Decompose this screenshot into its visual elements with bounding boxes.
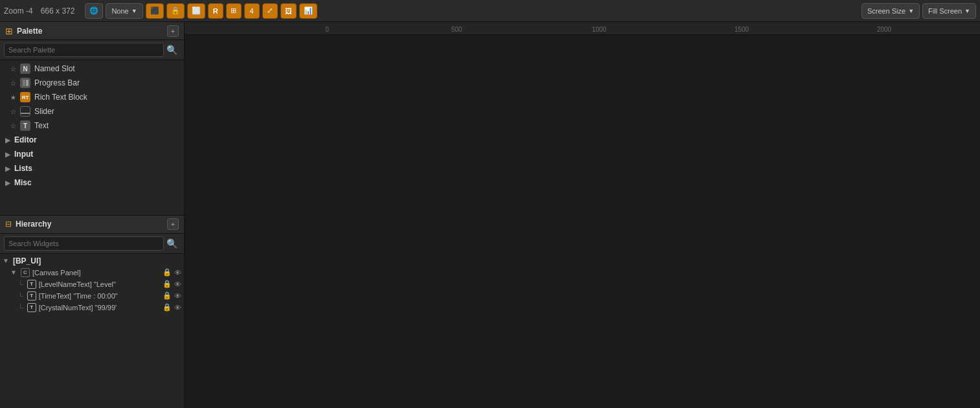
crystal-text-label: [CrystalNumText] "99/99' (39, 304, 117, 312)
eye-icon: 👁 (174, 292, 181, 300)
hierarchy-item-crystal[interactable]: └ T [CrystalNumText] "99/99' 🔒 👁 (0, 302, 184, 313)
text-type-box: T (27, 280, 36, 289)
text-type-box: T (27, 291, 36, 300)
star-icon: ☆ (10, 80, 16, 87)
globe-button[interactable]: 🌐 (85, 3, 103, 19)
hierarchy-menu-button[interactable]: + (167, 218, 179, 230)
palette-search-input[interactable] (4, 43, 164, 57)
hierarchy-list: ▼ [BP_UI] ▼ C [Canvas Panel] 🔒 👁 └ T [Le… (0, 254, 184, 409)
rich-text-block-icon: RT (20, 92, 30, 102)
main-area: ⊞ Palette + 🔍 ☆ N Named Slot ☆ (0, 22, 980, 408)
lists-section-label: Lists (14, 164, 32, 173)
hierarchy-header: ⊟ Hierarchy + (0, 216, 184, 234)
lock-icon: 🔒 (163, 268, 172, 277)
expand-arrow-icon: ▶ (5, 165, 10, 172)
screen-size-chevron-icon: ▼ (908, 8, 914, 14)
none-button[interactable]: None ▼ (106, 3, 142, 19)
size-label: 666 x 372 (41, 6, 75, 16)
hierarchy-item-level[interactable]: └ T [LevelNameText] "Level" 🔒 👁 (0, 278, 184, 290)
star-icon: ☆ (10, 65, 16, 73)
palette-menu-button[interactable]: + (167, 25, 179, 37)
r-label: R (213, 7, 218, 15)
hierarchy-search-input[interactable] (4, 236, 164, 251)
star-icon: ☆ (10, 122, 16, 130)
none-label: None (111, 7, 128, 15)
widget-button[interactable]: ⬜ (187, 3, 205, 19)
list-item[interactable]: ☆ Slider (0, 104, 184, 119)
chart-button[interactable]: 📊 (299, 3, 317, 19)
transform-button[interactable]: ⤢ (262, 3, 278, 19)
ruler-top: 0 500 1000 1500 2000 (185, 22, 980, 35)
ruler-label-500: 500 (451, 26, 462, 33)
image-button[interactable]: 🖼 (280, 3, 297, 19)
root-label: [BP_UI] (13, 256, 41, 266)
slider-icon (20, 106, 30, 117)
eye-icon: 👁 (174, 304, 181, 312)
move-button[interactable]: ⬛ (146, 3, 164, 19)
tree-line-icon: └ (18, 304, 23, 312)
named-slot-icon: N (20, 63, 30, 74)
palette-section-misc[interactable]: ▶ Misc (0, 176, 184, 190)
text-label: Text (34, 121, 49, 130)
palette-list: ☆ N Named Slot ☆ Progress Bar ★ RT Rich … (0, 60, 184, 215)
grid-button[interactable]: ⊞ (226, 3, 242, 19)
num-button[interactable]: 4 (244, 3, 260, 19)
fill-screen-button[interactable]: Fill Screen ▼ (922, 3, 976, 19)
expand-arrow-icon: ▶ (5, 179, 10, 187)
ruler-label-2000: 2000 (877, 26, 891, 33)
input-section-label: Input (14, 150, 33, 159)
progress-bar-label: Progress Bar (34, 78, 80, 87)
chevron-down-icon: ▼ (131, 8, 137, 14)
lock-icon: 🔒 (163, 280, 172, 288)
hierarchy-grid-icon: ⊟ (5, 220, 12, 229)
hierarchy-canvas-panel[interactable]: ▼ C [Canvas Panel] 🔒 👁 (0, 267, 184, 278)
hierarchy-search-icon-btn[interactable]: 🔍 (164, 238, 180, 249)
palette-header: ⊞ Palette + (0, 22, 184, 40)
list-item[interactable]: ☆ T Text (0, 119, 184, 133)
star-icon: ☆ (10, 108, 16, 115)
palette-search-icon-btn[interactable]: 🔍 (164, 45, 180, 55)
palette-search-bar: 🔍 (0, 40, 184, 60)
progress-bar-icon (20, 78, 30, 88)
ruler-label-0: 0 (325, 26, 329, 33)
eye-icon: 👁 (174, 269, 181, 277)
zoom-label: Zoom -4 (4, 6, 33, 16)
palette-section-lists[interactable]: ▶ Lists (0, 161, 184, 176)
ruler-label-1500: 1500 (735, 26, 749, 33)
lock-icon: 🔒 (163, 303, 172, 312)
canvas-panel-box: C (21, 268, 30, 277)
r-button[interactable]: R (208, 3, 223, 19)
list-item[interactable]: ☆ N Named Slot (0, 62, 184, 76)
screen-size-label: Screen Size (867, 7, 906, 15)
lock-icon: 🔒 (163, 291, 172, 300)
slider-label: Slider (34, 107, 54, 116)
ruler-label-1000: 1000 (592, 26, 606, 33)
main-layout: Zoom -4 666 x 372 🌐 None ▼ ⬛ 🔒 ⬜ R ⊞ 4 ⤢… (0, 0, 980, 408)
screen-size-button[interactable]: Screen Size ▼ (861, 3, 920, 19)
named-slot-label: Named Slot (34, 64, 75, 73)
list-item[interactable]: ★ RT Rich Text Block (0, 90, 184, 104)
left-panel: ⊞ Palette + 🔍 ☆ N Named Slot ☆ (0, 22, 185, 408)
canvas-area: 0 500 1000 1500 2000 0 500 1000 (185, 22, 980, 408)
tree-line-icon: └ (18, 280, 23, 288)
palette-title: Palette (17, 27, 163, 36)
top-toolbar: Zoom -4 666 x 372 🌐 None ▼ ⬛ 🔒 ⬜ R ⊞ 4 ⤢… (0, 0, 980, 22)
expand-arrow-icon: ▶ (5, 151, 10, 158)
palette-section-editor[interactable]: ▶ Editor (0, 133, 184, 147)
hierarchy-root[interactable]: ▼ [BP_UI] (0, 255, 184, 267)
palette-section-input[interactable]: ▶ Input (0, 147, 184, 161)
list-item[interactable]: ☆ Progress Bar (0, 76, 184, 90)
time-text-label: [TimeText] "Time : 00:00" (39, 292, 118, 300)
hierarchy-search-bar: 🔍 (0, 234, 184, 254)
hierarchy-item-time[interactable]: └ T [TimeText] "Time : 00:00" 🔒 👁 (0, 290, 184, 302)
rich-text-block-label: Rich Text Block (34, 93, 87, 102)
lock-button[interactable]: 🔒 (166, 3, 185, 19)
editor-section-label: Editor (14, 135, 37, 144)
collapse-arrow-icon: ▼ (10, 269, 17, 276)
num-label: 4 (250, 7, 254, 15)
text-icon: T (20, 120, 30, 131)
star-icon: ★ (10, 94, 16, 101)
palette-grid-icon: ⊞ (5, 26, 13, 36)
text-type-box: T (27, 303, 36, 312)
hierarchy-title: Hierarchy (16, 220, 163, 229)
